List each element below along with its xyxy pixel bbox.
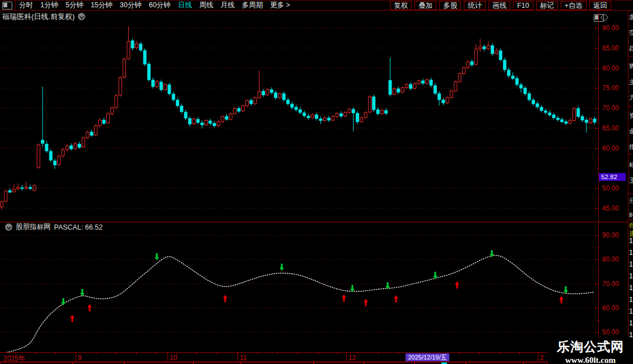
candle-body (479, 47, 482, 49)
date-minor-tick (318, 353, 318, 355)
panel-separator[interactable] (0, 222, 629, 222)
price-axis[interactable]: 90.0085.0080.0075.0070.0065.0060.0050.00… (595, 11, 629, 362)
sidebar-divider (629, 193, 633, 194)
candle-body (585, 120, 588, 122)
date-month-label: 9 (78, 354, 82, 362)
date-minor-tick (519, 353, 520, 355)
candle-body (180, 106, 183, 111)
candle-body (213, 123, 216, 125)
period-tab-item[interactable]: 多周期 (242, 1, 263, 10)
candle-body (295, 108, 297, 110)
toolbar-button[interactable]: 叠加 (415, 1, 436, 10)
sidebar-glyph-fragment: 标 (629, 161, 633, 168)
axis-tick (597, 98, 599, 99)
sidebar-glyph-fragment: 选 (629, 230, 633, 237)
candle-body (438, 94, 441, 100)
candlestick-chart[interactable] (0, 20, 597, 216)
sidebar-number-fragment: 1 (629, 261, 633, 268)
sidebar-number-fragment: 1 (629, 273, 633, 279)
candle-body (589, 119, 592, 123)
period-tab-item[interactable]: 5分钟 (66, 1, 83, 10)
candle-body (205, 120, 208, 125)
toolbar-button[interactable]: 画线 (488, 1, 510, 10)
candle-body (262, 91, 265, 95)
period-tab-item[interactable]: 30分钟 (120, 1, 142, 10)
candle-body (508, 70, 510, 76)
candle-body (413, 83, 416, 88)
layout-toggle-icon[interactable] (2, 2, 12, 10)
axis-tick (597, 78, 599, 78)
candle-body (53, 161, 56, 165)
candle-body (229, 114, 232, 119)
toolbar-button[interactable]: 复权 (390, 1, 412, 10)
period-tab-item[interactable]: 分时 (19, 1, 33, 10)
candle-body (495, 51, 498, 54)
axis-tick (595, 68, 599, 69)
date-axis[interactable]: 2025年910111222025/12/19/五 (0, 352, 629, 362)
candle-body (143, 50, 146, 64)
candle-body (41, 140, 44, 143)
period-tab-item[interactable]: 更多 > (270, 1, 290, 10)
sidebar-glyph-fragment: 空 (629, 29, 633, 36)
watermark-site-name: 乐淘公式网 (548, 338, 633, 356)
candle-body (573, 109, 576, 120)
candle-body (131, 41, 134, 48)
candle-body (234, 109, 236, 114)
period-tab-item[interactable]: 60分钟 (149, 1, 171, 10)
candle-body (565, 122, 567, 123)
candle-body (66, 146, 68, 150)
watermark-url: www.60lt.com (548, 356, 633, 364)
period-tab-item[interactable]: 15分钟 (91, 1, 113, 10)
indicator-title: 股朋指标网 (16, 222, 51, 232)
toolbar-button[interactable]: 返回 (589, 1, 611, 10)
axis-tick (597, 296, 599, 296)
axis-tick (595, 259, 599, 260)
candle-body (430, 80, 432, 85)
indicator-chart[interactable] (0, 232, 597, 353)
candle-body (299, 110, 301, 113)
date-minor-tick (277, 353, 278, 355)
period-tab-item[interactable]: 1分钟 (40, 1, 58, 10)
candle-body (70, 146, 73, 149)
axis-tick-label: 60.00 (602, 304, 619, 312)
period-tabs: 分时1分钟5分钟15分钟30分钟60分钟日线周线月线多周期更多 > (19, 1, 290, 10)
candle-body (446, 97, 449, 102)
date-minor-tick (378, 353, 379, 355)
toolbar-button[interactable]: +自选 (561, 1, 587, 10)
period-tab-item[interactable]: 月线 (221, 1, 235, 10)
period-tab-active[interactable]: 日线 (178, 1, 192, 10)
date-minor-tick (459, 353, 459, 355)
candle-body (49, 151, 52, 160)
toolbar-button[interactable]: 多股 (439, 1, 461, 10)
candle-body (266, 90, 269, 95)
candle-body (515, 78, 518, 85)
axis-tick-label: 45.00 (602, 204, 619, 212)
date-minor-tick (499, 353, 500, 355)
candle-body (160, 82, 162, 90)
candle-body (197, 119, 199, 123)
date-minor-tick (55, 353, 56, 355)
candle-body (467, 62, 469, 68)
period-tab-item[interactable]: 周线 (199, 1, 213, 10)
candle-body (29, 188, 32, 189)
axis-line (598, 11, 599, 362)
candle-body (328, 118, 331, 120)
candle-body (369, 97, 371, 112)
candle-body (258, 92, 260, 98)
toolbar-button[interactable]: 标记 (536, 1, 558, 10)
indicator-line (0, 255, 594, 353)
candle-body (348, 109, 351, 113)
chevron-down-icon[interactable] (5, 223, 12, 231)
axis-tick (595, 48, 599, 49)
axis-tick (597, 138, 599, 139)
candle-body (45, 144, 48, 151)
date-minor-tick (338, 353, 338, 355)
axis-tick-label: 50.00 (602, 328, 619, 336)
candle-body (156, 82, 159, 87)
axis-tick (595, 128, 599, 129)
candle-body (282, 94, 285, 100)
toolbar-button[interactable]: F10 (513, 1, 533, 10)
toolbar-button[interactable]: 统计 (464, 1, 486, 10)
candle-body (552, 115, 555, 118)
candle-body (17, 188, 20, 189)
